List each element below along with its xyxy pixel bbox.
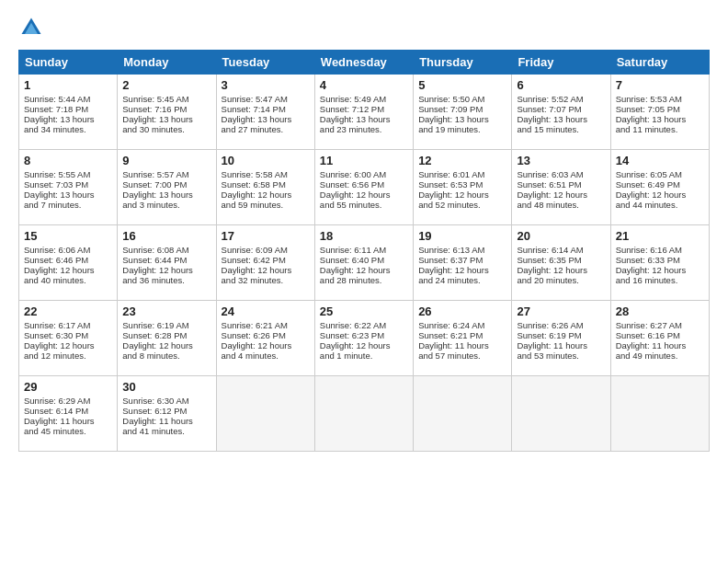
calendar-cell: 8Sunrise: 5:55 AMSunset: 7:03 PMDaylight…	[19, 150, 118, 225]
day-number: 16	[122, 229, 210, 243]
calendar-cell: 15Sunrise: 6:06 AMSunset: 6:46 PMDayligh…	[19, 225, 118, 301]
cell-line: Daylight: 11 hours	[122, 416, 210, 426]
cell-line: Sunset: 6:16 PM	[616, 330, 704, 340]
day-number: 5	[418, 78, 506, 92]
cell-line: Sunrise: 6:22 AM	[320, 320, 408, 330]
cell-line: Daylight: 12 hours	[320, 265, 408, 275]
calendar-cell	[216, 376, 314, 452]
cell-line: Sunrise: 6:30 AM	[122, 396, 210, 406]
cell-line: and 24 minutes.	[418, 275, 506, 285]
day-number: 17	[222, 229, 310, 243]
day-number: 21	[616, 229, 704, 243]
cell-line: Daylight: 13 hours	[320, 114, 408, 124]
cell-line: Sunset: 7:16 PM	[122, 104, 210, 114]
day-number: 13	[517, 154, 605, 167]
cell-line: Sunrise: 5:47 AM	[222, 94, 310, 104]
day-number: 2	[122, 78, 210, 92]
cell-line: and 59 minutes.	[222, 200, 310, 210]
cell-line: and 41 minutes.	[122, 426, 210, 436]
cell-line: Sunrise: 6:26 AM	[517, 320, 605, 330]
calendar-cell: 5Sunrise: 5:50 AMSunset: 7:09 PMDaylight…	[414, 75, 512, 150]
cell-line: and 12 minutes.	[24, 350, 112, 361]
cell-line: and 40 minutes.	[24, 275, 112, 285]
cell-line: and 3 minutes.	[122, 200, 210, 210]
calendar-cell: 22Sunrise: 6:17 AMSunset: 6:30 PMDayligh…	[19, 301, 118, 376]
day-number: 9	[122, 154, 210, 167]
calendar-cell	[314, 376, 413, 452]
day-number: 1	[24, 78, 112, 92]
cell-line: and 57 minutes.	[418, 350, 506, 361]
header	[18, 15, 710, 40]
calendar-cell: 4Sunrise: 5:49 AMSunset: 7:12 PMDaylight…	[314, 75, 413, 150]
calendar-cell	[512, 376, 610, 452]
cell-line: Sunset: 7:05 PM	[616, 104, 704, 114]
cell-line: Sunrise: 6:27 AM	[616, 320, 704, 330]
cell-line: and 15 minutes.	[517, 124, 605, 134]
calendar-cell: 18Sunrise: 6:11 AMSunset: 6:40 PMDayligh…	[314, 225, 413, 301]
cell-line: Daylight: 12 hours	[24, 340, 112, 350]
cell-line: Sunset: 7:18 PM	[24, 104, 112, 114]
cell-line: and 11 minutes.	[616, 124, 704, 134]
cell-line: Sunrise: 6:21 AM	[222, 320, 310, 330]
day-number: 4	[320, 78, 408, 92]
day-number: 8	[24, 154, 112, 167]
cell-line: Sunrise: 6:11 AM	[320, 245, 408, 255]
cell-line: Daylight: 11 hours	[517, 340, 605, 350]
cell-line: Sunset: 6:26 PM	[222, 330, 310, 340]
cell-line: and 36 minutes.	[122, 275, 210, 285]
cell-line: Daylight: 13 hours	[517, 114, 605, 124]
cell-line: and 16 minutes.	[616, 275, 704, 285]
cell-line: and 48 minutes.	[517, 200, 605, 210]
cell-line: and 34 minutes.	[24, 124, 112, 134]
day-number: 22	[24, 304, 112, 318]
calendar-cell	[414, 376, 512, 452]
day-number: 7	[616, 78, 704, 92]
cell-line: Daylight: 12 hours	[517, 265, 605, 275]
day-header-thursday: Thursday	[414, 51, 512, 75]
cell-line: Sunset: 6:28 PM	[122, 330, 210, 340]
cell-line: and 53 minutes.	[517, 350, 605, 361]
cell-line: Sunrise: 6:06 AM	[24, 245, 112, 255]
calendar-cell: 28Sunrise: 6:27 AMSunset: 6:16 PMDayligh…	[610, 301, 709, 376]
day-header-friday: Friday	[512, 51, 610, 75]
cell-line: Sunrise: 5:53 AM	[616, 94, 704, 104]
cell-line: Daylight: 12 hours	[616, 265, 704, 275]
calendar-cell: 1Sunrise: 5:44 AMSunset: 7:18 PMDaylight…	[19, 75, 118, 150]
day-number: 19	[418, 229, 506, 243]
cell-line: Sunset: 6:51 PM	[517, 179, 605, 190]
day-number: 24	[222, 304, 310, 318]
day-number: 25	[320, 304, 408, 318]
cell-line: Sunset: 6:56 PM	[320, 179, 408, 190]
day-header-wednesday: Wednesday	[314, 51, 413, 75]
calendar-table: SundayMondayTuesdayWednesdayThursdayFrid…	[18, 50, 710, 452]
calendar-cell: 25Sunrise: 6:22 AMSunset: 6:23 PMDayligh…	[314, 301, 413, 376]
cell-line: and 1 minute.	[320, 350, 408, 361]
cell-line: Sunrise: 6:16 AM	[616, 245, 704, 255]
cell-line: Sunrise: 6:01 AM	[418, 169, 506, 179]
cell-line: Sunrise: 5:58 AM	[222, 169, 310, 179]
cell-line: Sunrise: 6:24 AM	[418, 320, 506, 330]
cell-line: Daylight: 12 hours	[320, 340, 408, 350]
cell-line: Sunset: 7:09 PM	[418, 104, 506, 114]
logo	[18, 15, 48, 40]
cell-line: Sunrise: 5:50 AM	[418, 94, 506, 104]
calendar-cell: 9Sunrise: 5:57 AMSunset: 7:00 PMDaylight…	[118, 150, 216, 225]
cell-line: Daylight: 12 hours	[320, 190, 408, 200]
cell-line: Sunrise: 6:05 AM	[616, 169, 704, 179]
cell-line: Sunrise: 5:49 AM	[320, 94, 408, 104]
cell-line: Sunset: 6:35 PM	[517, 255, 605, 265]
calendar-cell: 29Sunrise: 6:29 AMSunset: 6:14 PMDayligh…	[19, 376, 118, 452]
cell-line: Daylight: 12 hours	[418, 265, 506, 275]
cell-line: Sunset: 6:44 PM	[122, 255, 210, 265]
day-number: 18	[320, 229, 408, 243]
cell-line: Sunset: 6:21 PM	[418, 330, 506, 340]
calendar-cell: 3Sunrise: 5:47 AMSunset: 7:14 PMDaylight…	[216, 75, 314, 150]
cell-line: and 7 minutes.	[24, 200, 112, 210]
cell-line: Daylight: 12 hours	[418, 190, 506, 200]
cell-line: Sunrise: 5:52 AM	[517, 94, 605, 104]
cell-line: Sunrise: 6:17 AM	[24, 320, 112, 330]
calendar-cell: 24Sunrise: 6:21 AMSunset: 6:26 PMDayligh…	[216, 301, 314, 376]
calendar-cell	[610, 376, 709, 452]
day-number: 30	[122, 380, 210, 394]
day-number: 26	[418, 304, 506, 318]
